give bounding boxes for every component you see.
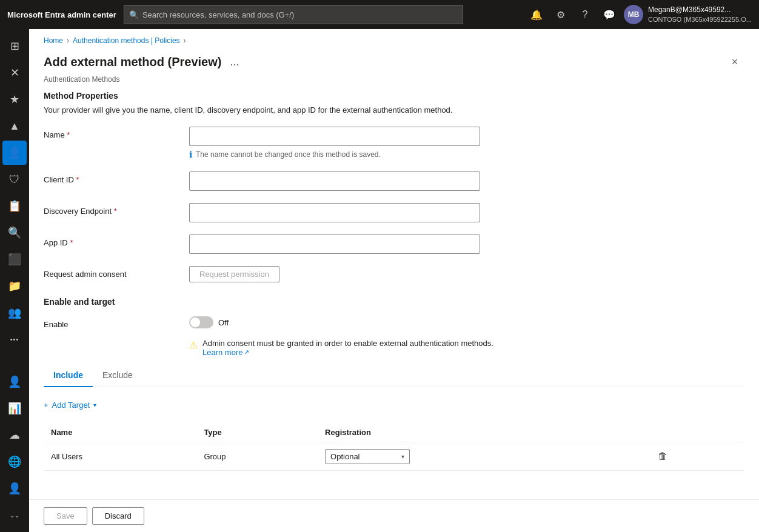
name-hint: ℹ The name cannot be changed once this m… bbox=[189, 150, 480, 159]
notifications-button[interactable]: 🔔 bbox=[527, 5, 546, 24]
more-options-button[interactable]: ... bbox=[226, 55, 242, 70]
sidebar-item-dashboard[interactable]: 📊 bbox=[2, 396, 27, 421]
request-consent-control-wrap: Request permission bbox=[189, 266, 480, 282]
target-table: Name Type Registration All Users Group O… bbox=[44, 423, 744, 471]
row-name: All Users bbox=[44, 442, 196, 471]
add-target-button[interactable]: + Add Target ▾ bbox=[44, 397, 96, 413]
app-id-row: App ID * bbox=[44, 234, 744, 254]
client-id-label: Client ID * bbox=[44, 171, 189, 184]
discard-button[interactable]: Discard bbox=[92, 507, 144, 525]
form-content: Method Properties Your provider will giv… bbox=[29, 91, 759, 499]
app-id-control-wrap bbox=[189, 234, 480, 254]
sidebar-item-groups[interactable]: 👥 bbox=[2, 301, 27, 325]
app-id-label: App ID * bbox=[44, 234, 189, 247]
client-id-input[interactable] bbox=[189, 171, 480, 191]
tab-include[interactable]: Include bbox=[44, 364, 93, 387]
row-actions: 🗑 bbox=[648, 442, 744, 471]
app-id-input[interactable] bbox=[189, 234, 480, 254]
table-row: All Users Group Optional ▾ 🗑 bbox=[44, 442, 744, 471]
chevron-down-icon: ▾ bbox=[401, 453, 404, 460]
warning-content: Admin consent must be granted in order t… bbox=[202, 339, 744, 357]
sidebar-item-close[interactable]: ✕ bbox=[2, 61, 27, 85]
breadcrumb-home[interactable]: Home bbox=[44, 36, 63, 45]
sidebar-item-search[interactable]: 🔍 bbox=[2, 221, 27, 245]
enable-toggle[interactable] bbox=[189, 316, 213, 328]
sidebar-item-folder[interactable]: 📁 bbox=[2, 274, 27, 298]
client-id-control-wrap bbox=[189, 171, 480, 191]
close-button[interactable]: × bbox=[725, 52, 744, 71]
table-body: All Users Group Optional ▾ 🗑 bbox=[44, 442, 744, 471]
col-registration: Registration bbox=[318, 423, 648, 442]
registration-dropdown[interactable]: Optional ▾ bbox=[325, 449, 410, 464]
enable-row: Enable Off bbox=[44, 316, 744, 329]
warning-banner: ⚠ Admin consent must be granted in order… bbox=[44, 334, 744, 364]
page-title: Add external method (Preview) bbox=[44, 55, 221, 69]
topbar: Microsoft Entra admin center 🔍 🔔 ⚙ ? 💬 M… bbox=[0, 0, 759, 29]
user-name: MeganB@M365x49592... bbox=[648, 5, 752, 15]
user-org: CONTOSO (M365x495922255.O... bbox=[648, 15, 752, 24]
topbar-icons: 🔔 ⚙ ? 💬 MB MeganB@M365x49592... CONTOSO … bbox=[527, 5, 752, 24]
sidebar-item-home[interactable]: ⊞ bbox=[2, 34, 27, 58]
discovery-endpoint-row: Discovery Endpoint * bbox=[44, 203, 744, 222]
col-type: Type bbox=[196, 423, 318, 442]
name-control-wrap: ℹ The name cannot be changed once this m… bbox=[189, 127, 480, 159]
discovery-endpoint-input[interactable] bbox=[189, 203, 480, 222]
tab-exclude[interactable]: Exclude bbox=[93, 364, 142, 387]
sidebar-item-favorites[interactable]: ★ bbox=[2, 87, 27, 111]
sidebar-item-alerts[interactable]: ▲ bbox=[2, 114, 27, 138]
search-box[interactable]: 🔍 bbox=[124, 5, 463, 24]
request-consent-label: Request admin consent bbox=[44, 266, 189, 279]
breadcrumb: Home › Authentication methods | Policies… bbox=[29, 29, 759, 47]
page-subtitle: Authentication Methods bbox=[29, 74, 759, 91]
discovery-endpoint-control-wrap bbox=[189, 203, 480, 222]
toggle-state-text: Off bbox=[218, 318, 229, 327]
sidebar-item-users[interactable]: 👤 bbox=[2, 141, 27, 165]
row-type: Group bbox=[196, 442, 318, 471]
name-required: * bbox=[67, 130, 70, 139]
user-menu[interactable]: MB MeganB@M365x49592... CONTOSO (M365x49… bbox=[624, 5, 752, 24]
content-area: Home › Authentication methods | Policies… bbox=[29, 29, 759, 532]
sidebar-item-account[interactable]: 👤 bbox=[2, 476, 27, 500]
sidebar: ⊞ ✕ ★ ▲ 👤 🛡 📋 🔍 ⬛ 📁 👥 ••• 👤 📊 ☁ 🌐 👤 ⌄⌄ bbox=[0, 29, 29, 532]
enable-label: Enable bbox=[44, 316, 189, 329]
main-layout: ⊞ ✕ ★ ▲ 👤 🛡 📋 🔍 ⬛ 📁 👥 ••• 👤 📊 ☁ 🌐 👤 ⌄⌄ H… bbox=[0, 29, 759, 532]
sidebar-item-security[interactable]: 🛡 bbox=[2, 167, 27, 191]
breadcrumb-section[interactable]: Authentication methods | Policies bbox=[73, 36, 180, 45]
sidebar-item-profile[interactable]: 👤 bbox=[2, 370, 27, 394]
col-name: Name bbox=[44, 423, 196, 442]
breadcrumb-sep2: › bbox=[184, 36, 186, 45]
col-actions bbox=[648, 423, 744, 442]
search-icon: 🔍 bbox=[129, 10, 139, 19]
sidebar-item-reports[interactable]: 📋 bbox=[2, 194, 27, 218]
sidebar-item-globe[interactable]: 🌐 bbox=[2, 450, 27, 474]
name-input[interactable] bbox=[189, 127, 480, 146]
method-properties-desc: Your provider will give you the name, cl… bbox=[44, 105, 744, 115]
save-button[interactable]: Save bbox=[44, 507, 87, 525]
help-button[interactable]: ? bbox=[575, 5, 595, 24]
breadcrumb-sep1: › bbox=[67, 36, 69, 45]
name-row: Name * ℹ The name cannot be changed once… bbox=[44, 127, 744, 159]
settings-button[interactable]: ⚙ bbox=[551, 5, 570, 24]
name-label: Name * bbox=[44, 127, 189, 139]
search-input[interactable] bbox=[142, 10, 458, 19]
enable-target-title: Enable and target bbox=[44, 297, 744, 307]
request-consent-row: Request admin consent Request permission bbox=[44, 266, 744, 282]
learn-more-link[interactable]: Learn more ↗ bbox=[202, 348, 249, 357]
feedback-button[interactable]: 💬 bbox=[600, 5, 619, 24]
hint-icon: ℹ bbox=[189, 150, 192, 159]
external-link-icon: ↗ bbox=[244, 348, 249, 356]
warning-text: Admin consent must be granted in order t… bbox=[202, 339, 493, 348]
delete-row-button[interactable]: 🗑 bbox=[655, 448, 670, 464]
include-exclude-tabs: Include Exclude bbox=[44, 364, 744, 387]
method-properties-title: Method Properties bbox=[44, 91, 744, 101]
chevron-down-icon: ▾ bbox=[93, 402, 96, 408]
app-name: Microsoft Entra admin center bbox=[7, 10, 116, 19]
request-permission-button[interactable]: Request permission bbox=[189, 266, 279, 282]
avatar: MB bbox=[624, 5, 643, 24]
row-registration: Optional ▾ bbox=[318, 442, 648, 471]
sidebar-item-expand[interactable]: ⌄⌄ bbox=[2, 503, 27, 527]
sidebar-item-more[interactable]: ••• bbox=[2, 327, 27, 351]
sidebar-item-cloud[interactable]: ☁ bbox=[2, 423, 27, 447]
table-header: Name Type Registration bbox=[44, 423, 744, 442]
sidebar-item-apps[interactable]: ⬛ bbox=[2, 247, 27, 271]
